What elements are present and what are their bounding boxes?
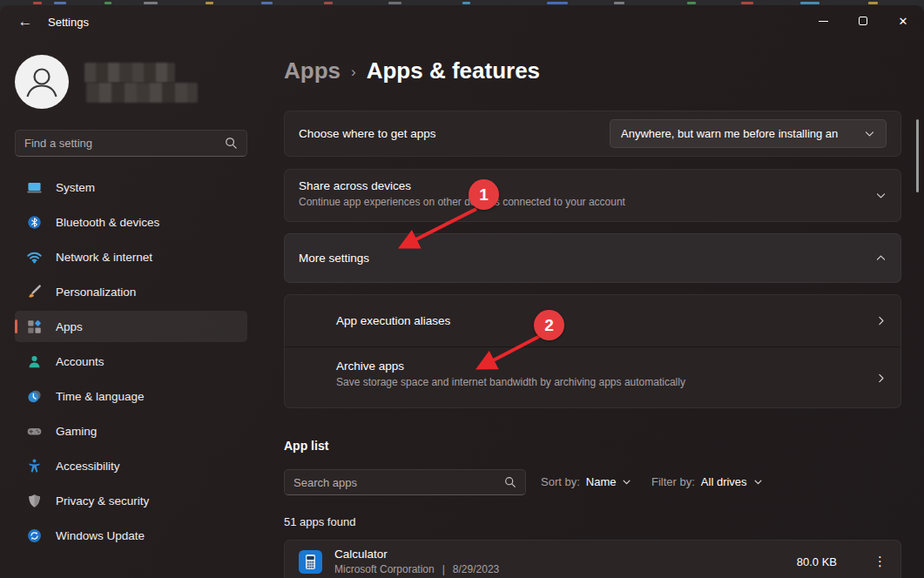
sidebar-item-label: Accounts (56, 355, 105, 368)
sidebar-item-network[interactable]: Network & internet (15, 241, 247, 272)
maximize-icon (859, 17, 867, 25)
sort-by-label: Sort by: (541, 475, 580, 488)
search-icon (504, 476, 516, 488)
get-apps-label: Choose where to get apps (299, 127, 610, 140)
user-name-redacted (84, 63, 175, 83)
avatar[interactable] (15, 55, 69, 109)
maximize-button[interactable] (843, 5, 883, 37)
sidebar-item-time-language[interactable]: Time & language (15, 380, 247, 412)
app-name: Calculator (334, 548, 785, 561)
row-archive-apps[interactable]: Archive apps Save storage space and inte… (285, 347, 900, 409)
filter-by-value: All drives (701, 475, 747, 488)
chevron-down-icon (753, 477, 763, 487)
screen: ← Settings ✕ System (0, 0, 924, 578)
minimize-button[interactable] (803, 5, 843, 37)
filter-by-label: Filter by: (651, 475, 695, 488)
more-settings-title: More settings (299, 252, 875, 265)
breadcrumb-parent[interactable]: Apps (284, 57, 341, 84)
sidebar-item-label: System (56, 181, 95, 194)
sidebar-item-label: Windows Update (56, 529, 145, 542)
network-icon (26, 249, 43, 265)
share-title: Share across devices (299, 179, 887, 192)
sidebar-item-label: Accessibility (56, 460, 120, 473)
sidebar-item-gaming[interactable]: Gaming (15, 415, 247, 447)
bluetooth-icon (26, 214, 43, 231)
privacy-icon (26, 493, 43, 509)
card-more-settings[interactable]: More settings (284, 233, 901, 283)
calculator-icon (299, 550, 322, 574)
back-button[interactable]: ← (10, 9, 40, 35)
scrollbar-thumb[interactable] (916, 119, 919, 192)
gaming-icon (26, 423, 43, 440)
sidebar-item-accessibility[interactable]: Accessibility (15, 450, 247, 481)
breadcrumb-separator-icon: › (351, 61, 356, 81)
sidebar-item-label: Gaming (56, 425, 97, 438)
find-setting-searchbox (15, 130, 247, 157)
sidebar-item-bluetooth[interactable]: Bluetooth & devices (15, 206, 247, 238)
chevron-down-icon (622, 477, 631, 487)
chevron-right-icon (875, 315, 887, 326)
app-row-calculator: Calculator Microsoft Corporation | 8/29/… (284, 540, 901, 578)
archive-apps-title: Archive apps (336, 360, 900, 373)
get-apps-dropdown-value: Anywhere, but warn me before installing … (621, 127, 855, 140)
close-button[interactable]: ✕ (883, 5, 923, 37)
chevron-right-icon (875, 373, 887, 384)
sort-by-value: Name (586, 475, 617, 488)
get-apps-dropdown[interactable]: Anywhere, but warn me before installing … (610, 119, 887, 148)
chevron-up-icon[interactable] (875, 252, 887, 264)
sidebar-item-label: Time & language (56, 390, 145, 403)
minimize-icon (819, 21, 828, 22)
settings-window: ← Settings ✕ System (0, 5, 924, 578)
filter-by-control[interactable]: Filter by: All drives (651, 475, 763, 488)
app-date: 8/29/2023 (453, 563, 499, 575)
sidebar-item-label: Personalization (56, 286, 136, 299)
sidebar-item-apps[interactable]: Apps (15, 311, 247, 342)
annotation-step-badge-2: 2 (534, 310, 564, 340)
titlebar: ← Settings ✕ (0, 5, 924, 42)
share-subtitle: Continue app experiences on other device… (299, 196, 887, 208)
sidebar-item-privacy[interactable]: Privacy & security (15, 485, 247, 516)
search-apps-box (284, 469, 526, 495)
apps-icon (26, 319, 43, 335)
apps-found-count: 51 apps found (284, 515, 355, 528)
search-apps-input[interactable] (285, 476, 504, 489)
chevron-down-icon (864, 128, 875, 139)
app-meta: Calculator Microsoft Corporation | 8/29/… (334, 548, 785, 575)
sidebar-item-label: Privacy & security (56, 494, 149, 507)
sidebar-item-windows-update[interactable]: Windows Update (15, 520, 247, 551)
more-settings-expanded-group: App execution aliases Archive apps Save … (284, 294, 901, 408)
find-setting-input[interactable] (16, 137, 225, 150)
card-choose-where-to-get-apps: Choose where to get apps Anywhere, but w… (284, 111, 901, 157)
personalization-icon (26, 284, 43, 300)
breadcrumb: Apps › Apps & features (284, 57, 540, 84)
app-list-heading: App list (284, 439, 328, 453)
card-share-across-devices[interactable]: Share across devices Continue app experi… (284, 169, 901, 222)
row-app-execution-aliases[interactable]: App execution aliases (285, 295, 900, 346)
meta-separator: | (442, 563, 445, 575)
kebab-menu-icon[interactable]: ⋮ (873, 554, 887, 569)
app-publisher: Microsoft Corporation (334, 563, 435, 575)
chevron-down-icon[interactable] (875, 190, 887, 201)
sidebar-item-system[interactable]: System (15, 171, 247, 203)
accessibility-icon (26, 458, 43, 474)
sidebar-item-accounts[interactable]: Accounts (15, 346, 247, 377)
sidebar-item-label: Apps (56, 320, 83, 333)
page-title: Apps & features (367, 57, 540, 84)
sidebar-item-label: Bluetooth & devices (56, 216, 159, 229)
annotation-step-badge-1: 1 (469, 179, 499, 210)
archive-apps-subtitle: Save storage space and internet bandwidt… (336, 376, 900, 388)
selected-indicator (15, 319, 17, 333)
sort-by-control[interactable]: Sort by: Name (541, 475, 631, 488)
user-email-redacted (86, 83, 198, 103)
sidebar-item-label: Network & internet (56, 251, 152, 264)
windows-update-icon (26, 528, 43, 544)
time-language-icon (26, 388, 43, 405)
system-icon (26, 179, 43, 196)
app-size: 80.0 KB (797, 555, 837, 568)
search-icon (225, 137, 238, 150)
app-execution-aliases-title: App execution aliases (336, 314, 450, 327)
sidebar-item-personalization[interactable]: Personalization (15, 276, 247, 307)
window-title: Settings (48, 16, 89, 29)
accounts-icon (26, 353, 43, 370)
